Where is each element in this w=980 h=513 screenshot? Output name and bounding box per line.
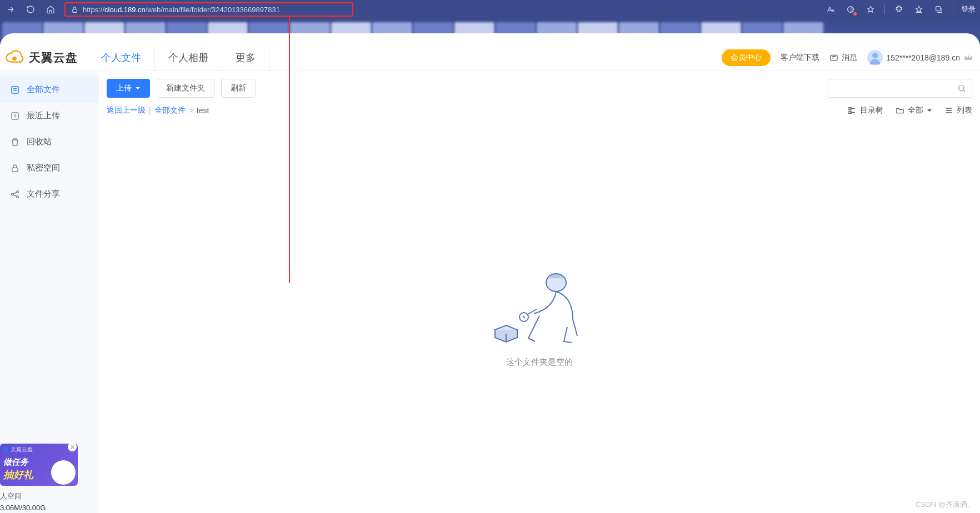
vip-center-button[interactable]: 会员中心	[722, 49, 771, 66]
list-view-toggle[interactable]: 列表	[944, 105, 972, 115]
promo-close-icon[interactable]: ✕	[68, 444, 77, 451]
messages-link[interactable]: 消息	[829, 53, 857, 63]
new-folder-button[interactable]: 新建文件夹	[157, 79, 214, 98]
list-label: 列表	[957, 105, 972, 115]
main-panel: 上传 新建文件夹 刷新 返回上一级 | 全部文件 > test	[99, 71, 980, 513]
trash-icon	[10, 137, 20, 147]
share-icon	[10, 189, 20, 199]
message-icon	[829, 53, 838, 62]
list-icon	[944, 106, 953, 115]
promo-mascot	[51, 460, 76, 485]
toolbar: 上传 新建文件夹 刷新	[107, 79, 972, 98]
upload-label: 上传	[116, 83, 132, 93]
caret-down-icon	[135, 86, 141, 91]
lock-icon	[71, 6, 78, 13]
quota-value: 3.06M/30.00G	[0, 502, 99, 513]
quota-label: 人空间	[0, 490, 99, 502]
forward-button[interactable]	[4, 3, 17, 16]
logo-text: 天翼云盘	[29, 50, 78, 66]
annotation-line	[289, 17, 290, 283]
svg-rect-0	[73, 9, 77, 12]
files-icon	[10, 85, 20, 95]
sidebar-item-all-files[interactable]: 全部文件	[0, 77, 99, 103]
breadcrumb-row: 返回上一级 | 全部文件 > test 目录树 全部	[107, 98, 972, 120]
breadcrumb-sep: |	[149, 106, 151, 115]
filter-all[interactable]: 全部	[896, 105, 932, 115]
extensions-icon[interactable]	[893, 3, 905, 16]
svg-point-11	[959, 86, 964, 90]
sidebar-label: 全部文件	[27, 84, 60, 95]
svg-rect-12	[849, 108, 851, 110]
svg-rect-13	[849, 111, 851, 113]
messages-label: 消息	[842, 53, 857, 63]
breadcrumb-gt: >	[189, 106, 193, 115]
promo-banner[interactable]: ✕ 🌀 天翼云盘 做任务 抽好礼	[0, 444, 78, 486]
breadcrumb-back[interactable]: 返回上一级	[107, 105, 146, 115]
address-bar[interactable]: https://cloud.189.cn/web/main/file/folde…	[64, 2, 353, 17]
tree-icon	[848, 106, 857, 115]
logo-icon	[4, 50, 24, 66]
sidebar-label: 最近上传	[27, 110, 60, 121]
search-icon	[957, 84, 966, 93]
sidebar-item-private[interactable]: 私密空间	[0, 155, 99, 181]
app-header: 天翼云盘 个人文件 个人相册 更多 会员中心 客户端下载 消息 152****2…	[0, 44, 980, 71]
svg-rect-2	[936, 7, 941, 11]
promo-tag: 🌀 天翼云盘	[2, 446, 33, 454]
home-button[interactable]	[44, 3, 57, 16]
shield-icon[interactable]	[844, 3, 857, 16]
breadcrumb-root[interactable]: 全部文件	[154, 105, 186, 115]
browser-login[interactable]: 登录	[961, 4, 976, 14]
sidebar-label: 回收站	[27, 137, 52, 147]
tab-personal-album[interactable]: 个人相册	[155, 44, 222, 71]
promo-line2: 抽好礼	[3, 468, 33, 481]
tab-personal-files[interactable]: 个人文件	[88, 44, 155, 71]
caret-down-icon	[927, 108, 932, 113]
client-download-link[interactable]: 客户端下载	[781, 53, 819, 63]
search-input[interactable]	[834, 84, 957, 93]
crown-icon	[963, 54, 973, 62]
tree-view-toggle[interactable]: 目录树	[848, 105, 883, 115]
text-size-icon[interactable]	[824, 3, 837, 16]
empty-text: 这个文件夹是空的	[506, 357, 573, 368]
promo-line1: 做任务	[3, 457, 28, 467]
lock-icon	[10, 163, 20, 173]
sidebar-label: 私密空间	[27, 163, 60, 173]
sidebar: 全部文件 最近上传 回收站 私密空间 文件分享 ✕ 🌀 天翼云盘 做任务	[0, 71, 99, 513]
user-email: 152****2018@189.cn	[886, 53, 960, 62]
watermark: CSDN @齐潇洒。	[916, 500, 974, 510]
sidebar-item-share[interactable]: 文件分享	[0, 181, 99, 207]
url-text: https://cloud.189.cn/web/main/file/folde…	[83, 6, 280, 14]
sidebar-item-trash[interactable]: 回收站	[0, 129, 99, 155]
filter-label: 全部	[908, 105, 923, 115]
svg-point-3	[12, 56, 17, 61]
avatar-icon	[867, 50, 883, 66]
favorites-list-icon[interactable]	[913, 3, 925, 16]
sidebar-label: 文件分享	[27, 189, 60, 199]
upload-button[interactable]: 上传	[107, 79, 150, 98]
empty-state: 这个文件夹是空的	[107, 120, 972, 513]
folder-icon	[896, 106, 904, 115]
collections-icon[interactable]	[933, 3, 945, 16]
browser-toolbar: https://cloud.189.cn/web/main/file/folde…	[0, 0, 980, 19]
logo[interactable]: 天翼云盘	[2, 50, 88, 66]
user-menu[interactable]: 152****2018@189.cn	[867, 50, 973, 66]
empty-illustration	[484, 266, 595, 349]
tab-more[interactable]: 更多	[222, 44, 269, 71]
refresh-button[interactable]	[24, 3, 37, 16]
sidebar-item-recent[interactable]: 最近上传	[0, 103, 99, 129]
tree-label: 目录树	[860, 105, 883, 115]
refresh-button[interactable]: 刷新	[221, 79, 256, 98]
clock-icon	[10, 111, 20, 121]
breadcrumb-current: test	[197, 106, 209, 115]
favorite-icon[interactable]	[864, 3, 877, 16]
svg-rect-7	[12, 168, 18, 172]
search-box[interactable]	[828, 79, 972, 98]
